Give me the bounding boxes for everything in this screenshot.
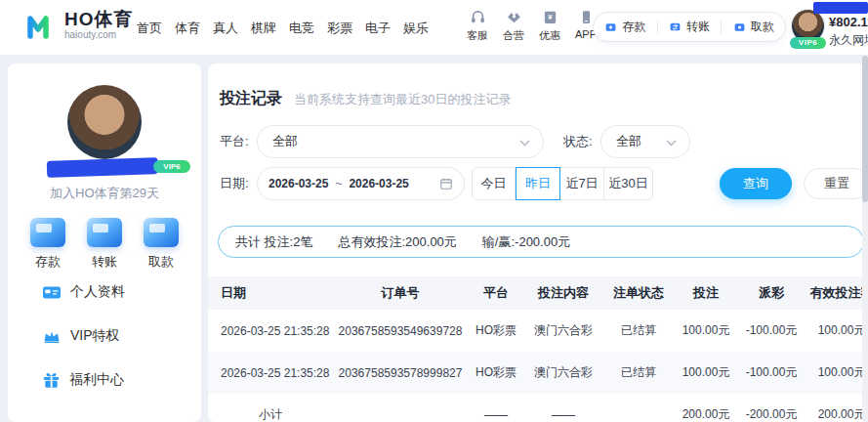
table-row: 2026-03-25 21:35:28 2036758593578999827 … [208,352,868,394]
nav-entertainment[interactable]: 娱乐 [403,20,429,37]
date-label: 日期: [220,167,249,200]
customer-service-link[interactable]: 客服 [463,9,492,43]
status-select[interactable]: 全部 [600,125,690,158]
chevron-down-icon [519,140,530,147]
chevron-down-icon [666,140,677,147]
platform-label: 平台: [220,125,249,158]
date-range-tabs: 今日 昨日 近7日 近30日 [472,167,653,200]
site-logo[interactable]: HO体育 haiouty.com [25,10,134,41]
transfer-icon [669,21,682,33]
summary-valid: 总有效投注:200.00元 [338,233,456,251]
sidebar-withdraw-button[interactable]: 取款 [144,218,179,271]
partnership-link[interactable]: 合营 [499,9,528,43]
date-range-input[interactable]: 2026-03-25 ~ 2026-03-25 [257,167,465,200]
nav-esports[interactable]: 电竞 [289,20,314,37]
range-today-button[interactable]: 今日 [472,167,516,200]
page-title: 投注记录 [220,89,282,109]
range-7days-button[interactable]: 近7日 [560,167,604,200]
svg-text:¥: ¥ [548,13,553,21]
summary-winloss: 输/赢:-200.00元 [482,233,570,251]
date-start: 2026-03-25 [269,177,328,190]
sidebar-item-profile[interactable]: 个人资料 [43,282,125,302]
nav-cards[interactable]: 棋牌 [251,20,276,37]
censored-username-side [47,157,159,178]
censored-username [813,2,868,14]
id-card-icon [43,285,61,300]
status-label: 状态: [563,125,593,158]
scrollbar-thumb[interactable] [862,56,868,202]
page-scrollbar [862,56,868,422]
range-30days-button[interactable]: 近30日 [604,167,653,200]
header-quick-links: 客服 合营 ¥ 优惠 APP [463,9,600,43]
bet-records-panel: 投注记录 当前系统支持查询最近30日的投注记录 平台: 全部 状态: 全部 日期… [208,63,868,422]
table-row: 2026-03-25 21:35:28 2036758593549639728 … [208,310,868,352]
user-block: VIP6 ¥802.11 永久网址: [791,9,868,43]
deposit-icon [604,21,617,33]
page-subtitle: 当前系统支持查询最近30日的投注记录 [294,91,511,108]
phone-icon [578,9,595,25]
gift-icon [43,372,60,388]
permanent-url-label: 永久网址: [829,32,868,49]
date-end: 2026-03-25 [349,177,408,190]
withdraw-3d-icon [144,218,179,247]
main-nav: 首页 体育 真人 棋牌 电竞 彩票 电子 娱乐 [137,0,429,56]
vip-badge-side: VIP6 [153,160,190,173]
transfer-3d-icon [87,218,122,247]
deposit-3d-icon [30,218,65,247]
transfer-button[interactable]: 转账 [658,19,722,35]
nav-live[interactable]: 真人 [213,20,238,37]
sidebar-transfer-button[interactable]: 转账 [87,218,122,271]
top-header: HO体育 haiouty.com 首页 体育 真人 棋牌 电竞 彩票 电子 娱乐… [0,0,868,56]
wallet-pill: 存款 转账 取款 [593,12,786,42]
withdraw-icon [733,21,746,33]
coupon-icon: ¥ [542,9,558,25]
sidebar-item-vip[interactable]: VIP特权 [43,326,125,346]
withdraw-button[interactable]: 取款 [722,19,785,35]
profile-avatar[interactable] [67,85,142,159]
join-days-text: 加入HO体育第29天 [8,185,201,202]
nav-lottery[interactable]: 彩票 [327,20,352,37]
nav-slots[interactable]: 电子 [365,20,391,37]
balance-amount: ¥802.11 [829,15,868,29]
promotions-link[interactable]: ¥ 优惠 [535,9,564,43]
reset-button[interactable]: 重置 [804,168,868,199]
calendar-icon [439,177,453,190]
nav-home[interactable]: 首页 [137,20,162,37]
logo-mark-icon [25,11,57,40]
sidebar-item-welfare[interactable]: 福利中心 [43,370,125,390]
crown-icon [43,329,61,344]
table-header-row: 日期 订单号 平台 投注内容 注单状态 投注 派彩 有效投注额 [208,276,868,310]
table-subtotal-row: 小计 —— —— 200.00元 -200.00元 200.00元 [208,394,868,422]
range-yesterday-button[interactable]: 昨日 [516,167,560,200]
bet-records-table: 日期 订单号 平台 投注内容 注单状态 投注 派彩 有效投注额 2026-03-… [208,276,868,422]
handshake-icon [506,9,522,25]
logo-title: HO体育 [64,10,134,29]
deposit-button[interactable]: 存款 [594,19,657,35]
summary-total: 共计 投注:2笔 [235,233,312,251]
logo-domain: haiouty.com [64,29,134,41]
nav-sports[interactable]: 体育 [175,20,200,37]
sidebar-deposit-button[interactable]: 存款 [30,218,65,271]
vip-badge: VIP6 [790,37,826,49]
platform-select[interactable]: 全部 [257,125,544,158]
headset-icon [470,9,486,25]
summary-bar: 共计 投注:2笔 总有效投注:200.00元 输/赢:-200.00元 [218,226,864,258]
profile-sidebar: VIP6 加入HO体育第29天 存款 转账 取款 个人资料 [8,63,201,422]
query-button[interactable]: 查询 [720,168,792,199]
